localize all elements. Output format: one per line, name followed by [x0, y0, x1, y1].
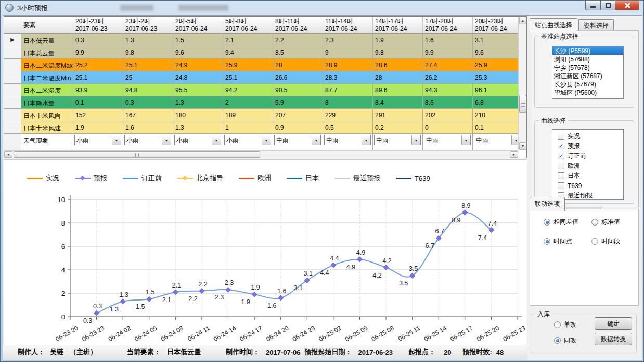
row-label[interactable]: 日本十米风向	[21, 109, 73, 121]
chart-point[interactable]	[462, 210, 468, 215]
chart-point[interactable]	[252, 292, 257, 297]
table-cell[interactable]: 25.1	[73, 71, 123, 84]
weather-combobox[interactable]: 中雨▼	[374, 135, 421, 145]
curve-checkbox-item[interactable]: 欧洲	[552, 161, 623, 171]
table-cell[interactable]: 1	[223, 121, 273, 134]
table-cell[interactable]: 229	[323, 109, 373, 121]
table-cell[interactable]: 9.6	[173, 46, 223, 59]
radio-sync-edit[interactable]: 同改	[554, 336, 576, 345]
table-cell[interactable]: 9.9	[73, 46, 123, 59]
table-cell[interactable]: 152	[73, 109, 123, 121]
table-cell[interactable]: 189	[223, 109, 273, 121]
table-cell[interactable]: 0.9	[273, 121, 323, 134]
table-cell[interactable]: 25.9	[223, 59, 273, 71]
chevron-down-icon[interactable]: ▼	[262, 135, 271, 145]
chart-point[interactable]	[173, 290, 178, 295]
table-cell[interactable]: 9	[323, 46, 373, 59]
weather-combobox[interactable]: 中雨▼	[324, 135, 371, 145]
row-label[interactable]: 日本总云量	[21, 46, 73, 59]
chart-point[interactable]	[226, 287, 231, 292]
chevron-down-icon[interactable]: ▼	[411, 135, 420, 145]
table-cell[interactable]: 1.9	[73, 121, 123, 134]
table-cell[interactable]: 25.1	[123, 59, 173, 71]
minimize-button[interactable]	[585, 1, 601, 10]
table-cell[interactable]: 24.9	[173, 59, 223, 71]
title-bar[interactable]: 3小时预报	[1, 1, 643, 15]
table-cell[interactable]: 96.1	[473, 84, 518, 96]
table-cell[interactable]: 小雨▼	[73, 134, 123, 147]
table-cell[interactable]: 89.6	[373, 84, 423, 96]
table-cell[interactable]: 1.3	[123, 34, 173, 46]
table-cell[interactable]: 1.6	[423, 34, 473, 46]
table-cell[interactable]: 87.7	[323, 84, 373, 96]
table-cell[interactable]: 1.3	[173, 121, 223, 134]
table-cell[interactable]: 94.2	[223, 84, 273, 96]
table-cell[interactable]: 0.3	[123, 96, 173, 109]
table-vertical-scrollbar[interactable]: ▲ ▼	[518, 17, 526, 150]
curve-checkbox-item[interactable]: T639	[552, 181, 623, 191]
table-cell[interactable]: 94.8	[123, 84, 173, 96]
weather-combobox[interactable]: 中雨▼	[474, 135, 518, 145]
table-cell[interactable]: 291	[373, 109, 423, 121]
tab-station-curve-select[interactable]: 站点曲线选择	[530, 18, 577, 32]
maximize-button[interactable]	[601, 1, 615, 10]
curve-checkbox-item[interactable]: ✓订正前	[552, 151, 623, 161]
table-cell[interactable]: 0.1	[473, 121, 518, 134]
row-label[interactable]: 日本二米温度Max	[21, 59, 73, 71]
chart-point[interactable]	[147, 296, 152, 302]
chart-point[interactable]	[120, 299, 125, 304]
weather-combobox[interactable]: 中雨▼	[424, 135, 471, 145]
chevron-down-icon[interactable]: ▼	[461, 135, 470, 145]
table-cell[interactable]: 0	[423, 121, 473, 134]
table-cell[interactable]: 28	[273, 59, 323, 71]
chevron-down-icon[interactable]: ▼	[511, 135, 518, 145]
table-cell[interactable]: 小雨▼	[223, 134, 273, 147]
radio-standard-value[interactable]: 标准值	[591, 218, 620, 227]
table-cell[interactable]: 27.4	[423, 59, 473, 71]
row-label[interactable]: 日本低云量	[21, 34, 73, 46]
table-cell[interactable]: 中雨▼	[323, 134, 373, 147]
table-cell[interactable]: 2.3	[323, 34, 373, 46]
table-cell[interactable]: 8.6	[423, 96, 473, 109]
table-cell[interactable]: 0.1	[73, 96, 123, 109]
weather-combobox[interactable]: 小雨▼	[174, 135, 221, 145]
table-cell[interactable]: 3.1	[473, 34, 518, 46]
table-cell[interactable]: 207	[273, 109, 323, 121]
table-cell[interactable]: 0.2	[373, 121, 423, 134]
chevron-down-icon[interactable]: ▼	[312, 135, 320, 145]
station-list-item[interactable]: 长沙县 (57679)	[552, 80, 623, 88]
station-list-item[interactable]: 宁乡 (57678)	[552, 63, 623, 71]
table-cell[interactable]: 8.5	[273, 46, 323, 59]
table-cell[interactable]: 1.9	[373, 34, 423, 46]
chart-point[interactable]	[278, 295, 284, 301]
chevron-down-icon[interactable]: ▼	[362, 135, 370, 145]
table-cell[interactable]: 2	[223, 96, 273, 109]
table-cell[interactable]: 中雨▼	[273, 134, 323, 147]
weather-combobox[interactable]: 小雨▼	[74, 135, 121, 145]
table-cell[interactable]: 小雨▼	[173, 134, 223, 147]
table-cell[interactable]: 9.6	[473, 46, 518, 59]
table-cell[interactable]: 9.8	[373, 46, 423, 59]
radio-time-range[interactable]: 时间段	[591, 237, 620, 246]
data-convert-button[interactable]: 数据转换	[595, 333, 632, 345]
curve-checkbox-item[interactable]: ✓预报	[552, 141, 623, 151]
table-cell[interactable]: 6.8	[473, 96, 518, 109]
table-cell[interactable]: 2.2	[273, 34, 323, 46]
scroll-right-button[interactable]: ►	[510, 151, 518, 158]
table-cell[interactable]: 25.3	[473, 71, 518, 84]
curve-checkbox-item[interactable]: 实况	[552, 131, 623, 141]
table-cell[interactable]: 25.1	[223, 71, 273, 84]
table-cell[interactable]: 93.9	[73, 84, 123, 96]
chevron-down-icon[interactable]: ▼	[112, 135, 121, 145]
horizontal-scroll-thumb[interactable]	[14, 151, 260, 158]
row-label[interactable]: 日本二米湿度	[21, 84, 73, 96]
table-cell[interactable]: 28	[373, 71, 423, 84]
row-label[interactable]: 日本十米风速	[21, 121, 73, 134]
table-cell[interactable]: 28.6	[373, 59, 423, 71]
weather-combobox[interactable]: 小雨▼	[124, 135, 171, 145]
table-cell[interactable]: 中雨▼	[373, 134, 423, 147]
weather-combobox[interactable]: 中雨▼	[274, 135, 321, 145]
radio-time-point[interactable]: 时间点	[544, 237, 572, 246]
row-label[interactable]: 日本二米温度Min	[21, 71, 73, 84]
chart-point[interactable]	[199, 289, 204, 294]
